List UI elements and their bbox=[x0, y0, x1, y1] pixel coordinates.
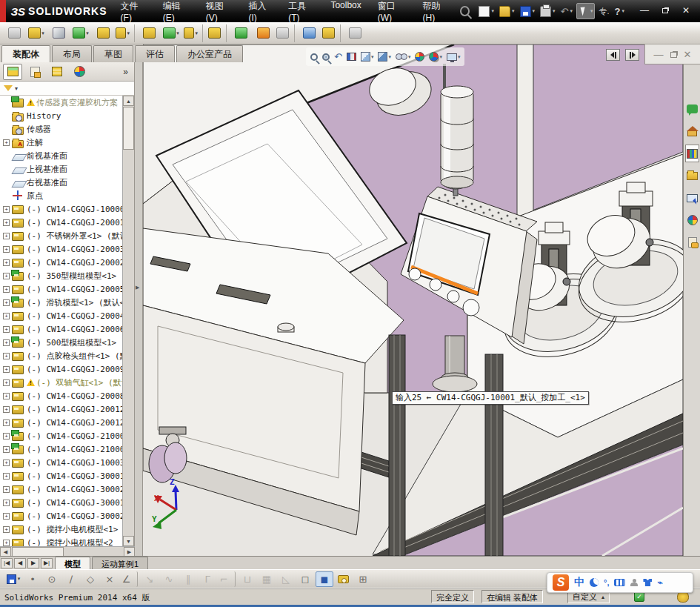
ime-fullhalf-icon[interactable] bbox=[590, 578, 599, 587]
exploded-view-button[interactable] bbox=[253, 24, 273, 42]
bottom-tool-button[interactable]: ◻ bbox=[296, 571, 314, 587]
model-tab[interactable]: 模型 bbox=[55, 557, 90, 569]
menu-item[interactable]: 工具(T) bbox=[288, 0, 314, 23]
solidworks-forum-tab[interactable] bbox=[685, 100, 699, 118]
tree-root-item[interactable]: 传感器真空灌胶机方案 (3D bbox=[0, 96, 123, 109]
bottom-tool-button[interactable]: ⊞ bbox=[354, 571, 372, 587]
tree-item[interactable]: 传感器 bbox=[0, 122, 123, 136]
bottom-tool-button[interactable]: ⊙ bbox=[43, 571, 61, 587]
graphics-viewport[interactable] bbox=[143, 44, 683, 556]
expand-toggle[interactable] bbox=[3, 339, 10, 346]
tree-item[interactable]: (-) 点胶枪头组件<1> (默 bbox=[0, 349, 123, 362]
bottom-tool-button[interactable]: ▾ bbox=[4, 571, 22, 587]
restore-button[interactable] bbox=[657, 5, 673, 17]
menu-item[interactable]: Toolbox bbox=[330, 0, 361, 23]
tree-item[interactable]: (-) CW14-CGQGJ-20009<1> bbox=[0, 362, 123, 376]
tree-item[interactable]: (-) 500型模组模型<1> (默 bbox=[0, 336, 123, 349]
bottom-tool-button[interactable]: ⌐ bbox=[218, 571, 236, 587]
photoview-button[interactable] bbox=[345, 24, 364, 42]
open-document-button[interactable]: ▾ bbox=[27, 24, 46, 42]
sogou-logo-icon[interactable]: S bbox=[553, 574, 569, 591]
command-tab[interactable]: 装配体 bbox=[1, 45, 50, 62]
solidworks-resources-tab[interactable] bbox=[685, 122, 699, 140]
tree-item[interactable]: (-) CW14-CGQGJ-20001_默 bbox=[0, 216, 123, 229]
tab-propertymanager[interactable] bbox=[25, 64, 44, 80]
bottom-tool-button[interactable]: ◼ bbox=[316, 571, 333, 587]
bottom-tool-button[interactable]: ∥ bbox=[179, 571, 197, 587]
assembly-features-button[interactable]: ▾ bbox=[161, 24, 181, 42]
custom-properties-tab[interactable] bbox=[685, 233, 699, 251]
expand-toggle[interactable] bbox=[3, 233, 10, 239]
assembly-visualization-button[interactable] bbox=[231, 24, 250, 42]
tab-nav-button[interactable]: ◀ bbox=[14, 558, 26, 568]
print-button[interactable]: ▾ bbox=[539, 3, 557, 19]
help-button[interactable]: ?▾ bbox=[613, 3, 626, 19]
menu-item[interactable]: 窗口(W) bbox=[378, 0, 407, 23]
doc-restore-button[interactable] bbox=[670, 50, 677, 59]
linear-component-pattern-button[interactable]: ▾ bbox=[71, 24, 90, 42]
filter-dropdown-icon[interactable]: ▾ bbox=[15, 85, 18, 92]
hide-show-items-button[interactable]: ▾ bbox=[394, 49, 413, 64]
design-library-tab[interactable] bbox=[685, 145, 699, 162]
expand-toggle[interactable] bbox=[3, 393, 10, 399]
expand-toggle[interactable] bbox=[3, 419, 10, 426]
file-explorer-tab[interactable] bbox=[685, 167, 699, 185]
tree-filter-bar[interactable]: ▾ bbox=[0, 82, 134, 96]
bottom-tool-button[interactable]: ⊔ bbox=[239, 571, 256, 587]
command-tab[interactable]: 草图 bbox=[93, 45, 133, 62]
tree-item[interactable]: (-) CW14-CGQGJ-21000<2> bbox=[0, 442, 123, 456]
appearances-scenes-tab[interactable] bbox=[685, 211, 699, 229]
tree-item[interactable]: (-) CW14-CGQGJ-20006<1> bbox=[0, 322, 123, 336]
panel-splitter[interactable] bbox=[135, 62, 143, 557]
display-style-button[interactable]: ▾ bbox=[376, 49, 393, 64]
tree-item[interactable]: 前视基准面 bbox=[0, 149, 123, 162]
rotate-component-button[interactable]: ▾ bbox=[116, 24, 135, 42]
bottom-tool-button[interactable]: ◺ bbox=[277, 571, 295, 587]
ime-punctuation-icon[interactable]: °, bbox=[604, 578, 609, 587]
interference-detection-button[interactable] bbox=[321, 24, 341, 42]
tree-item[interactable]: (-) CW14-CGQGJ-20012<2> bbox=[0, 416, 123, 429]
undo-button[interactable]: ↶▾ bbox=[559, 3, 574, 19]
expand-toggle[interactable] bbox=[3, 259, 10, 266]
apply-scene-button[interactable]: ▾ bbox=[427, 49, 444, 64]
expand-toggle[interactable] bbox=[3, 353, 10, 359]
command-tab[interactable]: 评估 bbox=[135, 45, 175, 62]
bottom-tool-button[interactable]: Γ bbox=[199, 571, 216, 587]
zoom-to-fit-button[interactable] bbox=[309, 49, 319, 64]
bottom-tool-button[interactable]: ∿ bbox=[160, 571, 178, 587]
show-hidden-components-button[interactable] bbox=[139, 24, 159, 42]
expand-toggle[interactable] bbox=[3, 526, 10, 533]
tree-item[interactable]: (-) CW14-CGQGJ-21000<1> bbox=[0, 429, 123, 442]
tree-item[interactable]: (-) 双轴气缸<1> (默认 bbox=[0, 376, 123, 389]
tree-item[interactable]: 注解 bbox=[0, 136, 123, 149]
menu-item[interactable]: 文件(F) bbox=[121, 0, 147, 23]
open-button[interactable]: ▾ bbox=[498, 3, 516, 19]
tree-item[interactable]: (-) CW14-CGQGJ-10003<1> bbox=[0, 456, 123, 469]
view-orientation-button[interactable]: ▾ bbox=[359, 49, 376, 64]
tree-item[interactable]: (-) 搅拌小电机模型<1> ( bbox=[0, 523, 123, 536]
scrollbar-thumb[interactable] bbox=[123, 107, 134, 150]
tab-nav-button[interactable]: |◀ bbox=[1, 558, 13, 568]
expand-toggle[interactable] bbox=[3, 273, 10, 279]
collapse-left-pane-button[interactable] bbox=[606, 49, 620, 61]
expand-toggle[interactable] bbox=[3, 139, 10, 146]
zoom-to-area-button[interactable] bbox=[321, 49, 331, 64]
tree-item[interactable]: 上视基准面 bbox=[0, 162, 123, 176]
tab-nav-button[interactable]: ▶| bbox=[41, 558, 53, 568]
expand-toggle[interactable] bbox=[3, 500, 10, 506]
command-tab[interactable]: 布局 bbox=[52, 45, 92, 62]
previous-view-button[interactable]: ↶ bbox=[333, 49, 344, 64]
instant3d-button[interactable] bbox=[299, 24, 319, 42]
tree-item[interactable]: (-) CW14-CGQGJ-20005<1> bbox=[0, 282, 123, 296]
bottom-tool-button[interactable]: ∠ bbox=[120, 571, 138, 587]
doc-minimize-button[interactable]: — bbox=[654, 50, 664, 59]
expand-toggle[interactable] bbox=[3, 540, 10, 546]
bottom-tool-button[interactable] bbox=[335, 571, 353, 587]
model-tab[interactable]: 运动算例1 bbox=[92, 557, 148, 569]
menu-item[interactable]: 帮助(H) bbox=[423, 0, 450, 23]
tree-item[interactable]: (-) CW14-CGQGJ-10000.SL bbox=[0, 202, 123, 216]
explode-line-sketch-button[interactable] bbox=[276, 24, 295, 42]
mate-button[interactable] bbox=[49, 24, 68, 42]
insert-components-button[interactable] bbox=[4, 24, 24, 42]
menu-item[interactable]: 编辑(E) bbox=[163, 0, 190, 23]
